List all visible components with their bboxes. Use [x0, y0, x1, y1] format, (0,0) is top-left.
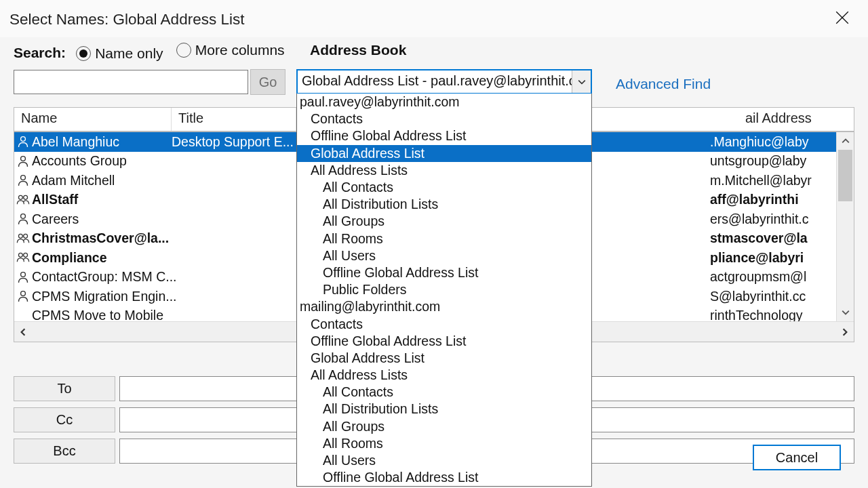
scroll-left-button[interactable] [14, 322, 32, 342]
vertical-scrollbar[interactable] [836, 132, 854, 321]
radio-name-only[interactable]: Name only [76, 45, 163, 62]
dropdown-item[interactable]: Offline Global Address List [297, 264, 591, 281]
cc-button[interactable]: Cc [14, 407, 115, 432]
group-icon [16, 232, 30, 245]
dropdown-item[interactable]: Public Folders [297, 281, 591, 298]
row-email: m.Mitchell@labyr [710, 173, 818, 188]
person-icon [17, 213, 29, 225]
svg-point-13 [21, 291, 26, 296]
row-email: .Manghiuc@laby [710, 134, 818, 150]
scroll-thumb[interactable] [838, 150, 852, 201]
row-name: Compliance [32, 250, 172, 266]
row-name: ContactGroup: MSM C... [32, 269, 176, 285]
dropdown-item[interactable]: Contacts [297, 110, 591, 127]
svg-point-3 [21, 156, 26, 161]
column-email[interactable]: ail Address [738, 108, 854, 131]
row-email: S@labyrinthit.cc [710, 289, 818, 304]
chevron-down-icon [842, 308, 850, 317]
cancel-button[interactable]: Cancel [753, 445, 841, 470]
radio-icon [76, 46, 91, 61]
person-icon [17, 271, 29, 283]
person-icon [17, 155, 29, 167]
search-label: Search: [14, 45, 66, 60]
dropdown-item[interactable]: Contacts [297, 315, 591, 332]
svg-point-6 [24, 195, 28, 199]
dropdown-item[interactable]: paul.ravey@labyrinthit.com [297, 94, 591, 110]
row-email: aff@labyrinthi [710, 192, 818, 207]
dropdown-item[interactable]: All Groups [297, 213, 591, 230]
row-email: ers@labyrinthit.c [710, 211, 818, 227]
dropdown-item[interactable]: All Rooms [297, 435, 591, 452]
svg-point-11 [24, 253, 28, 258]
row-name: Adam Mitchell [32, 173, 172, 188]
bcc-button[interactable]: Bcc [14, 439, 115, 464]
group-icon [16, 194, 30, 206]
dropdown-item[interactable]: All Contacts [297, 384, 591, 401]
svg-point-8 [18, 234, 22, 238]
dropdown-item[interactable]: All Distribution Lists [297, 401, 591, 418]
dropdown-item[interactable]: Global Address List [297, 145, 591, 162]
dropdown-item[interactable]: All Users [297, 452, 591, 469]
svg-point-10 [18, 253, 22, 258]
row-email: untsgroup@laby [710, 153, 818, 169]
combo-arrow[interactable] [572, 70, 591, 93]
chevron-right-icon [841, 328, 849, 336]
row-name: CPMS Migration Engin... [32, 289, 177, 304]
person-icon [17, 290, 29, 302]
svg-point-7 [21, 214, 26, 219]
radio-icon [176, 43, 191, 58]
person-icon [17, 136, 29, 148]
title-bar: Select Names: Global Address List [0, 0, 868, 37]
advanced-find-link[interactable]: Advanced Find [616, 76, 711, 92]
search-input[interactable] [14, 70, 248, 94]
address-book-combo[interactable]: Global Address List - paul.ravey@labyrin… [296, 69, 592, 94]
person-icon [17, 174, 29, 186]
chevron-down-icon [578, 78, 586, 86]
address-book-dropdown[interactable]: paul.ravey@labyrinthit.comContactsOfflin… [296, 94, 592, 487]
dropdown-item[interactable]: All Distribution Lists [297, 196, 591, 213]
chevron-up-icon [842, 137, 850, 145]
select-names-dialog: Select Names: Global Address List Search… [0, 0, 868, 488]
row-name: AllStaff [32, 192, 172, 207]
svg-point-2 [21, 137, 26, 142]
svg-point-5 [18, 195, 22, 199]
row-email: stmascover@la [710, 230, 818, 246]
close-button[interactable] [831, 7, 853, 28]
to-button[interactable]: To [14, 376, 115, 401]
scroll-up-button[interactable] [837, 132, 854, 150]
address-book-label: Address Book [310, 42, 406, 58]
svg-point-12 [21, 272, 26, 277]
row-name: ChristmasCover@la... [32, 230, 172, 246]
column-title[interactable]: Title [172, 108, 296, 131]
address-book-selected: Global Address List - paul.ravey@labyrin… [298, 70, 572, 93]
row-email: pliance@labyri [710, 250, 818, 266]
dropdown-item[interactable]: All Rooms [297, 230, 591, 247]
svg-point-9 [24, 234, 28, 238]
chevron-left-icon [19, 328, 27, 336]
scroll-down-button[interactable] [837, 304, 854, 321]
group-icon [16, 251, 30, 264]
dropdown-item[interactable]: Global Address List [297, 350, 591, 367]
dropdown-item[interactable]: All Address Lists [297, 162, 591, 179]
dropdown-item[interactable]: mailing@labyrinthit.com [297, 298, 591, 315]
go-button[interactable]: Go [250, 69, 285, 95]
scroll-right-button[interactable] [836, 322, 854, 342]
dropdown-item[interactable]: All Contacts [297, 179, 591, 196]
row-name: Accounts Group [32, 153, 172, 169]
dropdown-item[interactable]: Offline Global Address List [297, 469, 591, 486]
search-row: Search: Name only More columns Address B… [14, 42, 854, 66]
svg-point-4 [21, 176, 26, 180]
dropdown-item[interactable]: All Address Lists [297, 367, 591, 384]
dropdown-item[interactable]: Offline Global Address List [297, 333, 591, 350]
row-name: Careers [32, 211, 172, 227]
dropdown-item[interactable]: Offline Global Address List [297, 127, 591, 144]
row-email: actgroupmsm@l [710, 269, 818, 285]
row-name: Abel Manghiuc [32, 134, 172, 150]
dropdown-item[interactable]: All Groups [297, 418, 591, 435]
column-name[interactable]: Name [14, 108, 172, 131]
close-icon [835, 10, 850, 25]
dropdown-item[interactable]: All Users [297, 247, 591, 264]
row-title: Desktop Support E... [172, 134, 296, 150]
window-title: Select Names: Global Address List [9, 11, 244, 28]
radio-more-columns[interactable]: More columns [176, 42, 285, 58]
